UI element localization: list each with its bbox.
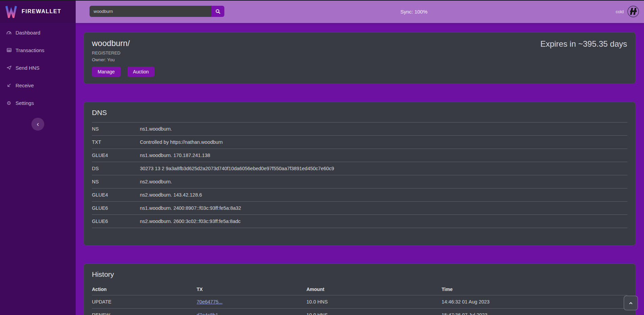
dns-record-value: ns1.woodburn. (140, 126, 627, 132)
history-amount: 10.0 HNS (306, 299, 442, 305)
sync-status: Sync: 100% (400, 0, 427, 23)
dns-record-row: NS ns1.woodburn. (92, 122, 627, 135)
tx-link[interactable]: d7e4c8b1... (197, 312, 222, 315)
history-row: UPDATE 70e64775... 10.0 HNS 14:46:32 01 … (92, 295, 627, 308)
auction-button[interactable]: Auction (127, 67, 155, 77)
brand: FIREWALLET (0, 0, 76, 23)
domain-owner: Owner: You (92, 57, 627, 62)
dns-record-row: DS 30273 13 2 9a3a8fb3d625d2a2073d740f10… (92, 162, 627, 175)
manage-button[interactable]: Manage (92, 67, 121, 77)
dns-record-row: NS ns2.woodburn. (92, 175, 627, 188)
wallet-name-label: cold (616, 9, 624, 14)
search-icon (215, 9, 221, 14)
sidebar-item-label: Receive (16, 83, 34, 88)
chevron-up-icon (628, 301, 633, 306)
dns-record-value: ns1.woodburn. 2400:8907::f03c:93ff:fe5a:… (140, 205, 627, 211)
sidebar-item-label: Dashboard (16, 30, 40, 36)
history-col-action: Action (92, 287, 197, 292)
dns-record-row: GLUE6 ns2.woodburn. 2600:3c02::f03c:93ff… (92, 215, 627, 228)
main-content: woodburn/ REGISTERED Owner: You Manage A… (76, 23, 644, 315)
sidebar-item-dashboard[interactable]: Dashboard (0, 24, 76, 41)
sidebar-collapse-button[interactable]: ‹ (31, 118, 44, 131)
dns-record-type: NS (92, 179, 140, 184)
dns-record-value: Controlled by https://nathan.woodburn (140, 139, 627, 145)
dashboard-icon (6, 30, 12, 36)
gear-icon: ⚙ (6, 100, 12, 106)
sidebar-item-label: Send HNS (16, 65, 40, 71)
sidebar-item-label: Transactions (16, 47, 44, 53)
history-row: RENEW d7e4c8b1... 10.0 HNS 15:47:36 07 J… (92, 308, 627, 315)
tx-link[interactable]: 70e64775... (197, 299, 223, 305)
window-top-edge (0, 0, 644, 1)
send-icon (6, 65, 12, 71)
firewallet-logo-icon (5, 5, 18, 18)
wallet-zone[interactable]: cold (616, 0, 639, 23)
dns-record-type: DS (92, 166, 140, 171)
dns-record-row: GLUE4 ns2.woodburn. 143.42.128.6 (92, 188, 627, 201)
dns-record-value: ns2.woodburn. (140, 179, 627, 184)
domain-status: REGISTERED (92, 50, 627, 55)
search-button[interactable] (211, 6, 224, 17)
sidebar-item-transactions[interactable]: Transactions (0, 41, 76, 59)
brand-name: FIREWALLET (22, 8, 61, 15)
expires-label: Expires in ~395.35 days (540, 39, 627, 49)
dns-record-row: GLUE4 ns1.woodburn. 170.187.241.138 (92, 149, 627, 162)
sidebar-item-settings[interactable]: ⚙ Settings (0, 94, 76, 112)
history-amount: 10.0 HNS (306, 312, 442, 315)
dns-table: NS ns1.woodburn. TXT Controlled by https… (92, 122, 627, 228)
history-action: RENEW (92, 312, 197, 315)
dns-record-row: GLUE6 ns1.woodburn. 2400:8907::f03c:93ff… (92, 201, 627, 215)
history-action: UPDATE (92, 299, 197, 305)
domain-actions: Manage Auction (92, 67, 627, 77)
dns-record-value: 30273 13 2 9a3a8fb3d625d2a2073d740f10da6… (140, 166, 627, 171)
dns-record-value: ns2.woodburn. 2600:3c02::f03c:93ff:fe5a:… (140, 219, 627, 224)
chevron-left-icon: ‹ (37, 120, 39, 127)
dns-title: DNS (92, 108, 627, 117)
dns-record-value: ns2.woodburn. 143.42.128.6 (140, 192, 627, 198)
dns-record-type: GLUE6 (92, 205, 140, 211)
receive-arrow-icon (6, 83, 12, 88)
dns-record-type: GLUE6 (92, 219, 140, 224)
sidebar-nav: Dashboard Transactions Send HNS (0, 23, 76, 112)
topbar: Sync: 100% cold (76, 0, 644, 23)
dns-record-type: TXT (92, 139, 140, 145)
dns-card: DNS NS ns1.woodburn. TXT Controlled by h… (84, 102, 636, 246)
history-time: 14:46:32 01 Aug 2023 (442, 299, 627, 305)
sidebar-item-label: Settings (16, 100, 34, 106)
sidebar: FIREWALLET Dashboard Transactions (0, 0, 76, 315)
scroll-to-top-button[interactable] (624, 296, 638, 310)
history-header-row: Action TX Amount Time (92, 284, 627, 295)
domain-card: woodburn/ REGISTERED Owner: You Manage A… (84, 32, 636, 84)
history-col-amount: Amount (306, 287, 442, 292)
dns-record-type: GLUE4 (92, 192, 140, 198)
dns-record-row: TXT Controlled by https://nathan.woodbur… (92, 135, 627, 149)
dns-record-value: ns1.woodburn. 170.187.241.138 (140, 153, 627, 158)
history-time: 15:47:36 07 Jul 2023 (442, 312, 627, 315)
transactions-table-icon (6, 47, 12, 53)
history-title: History (92, 270, 627, 279)
search-input[interactable] (90, 6, 211, 17)
dns-record-type: GLUE4 (92, 153, 140, 158)
sidebar-item-receive[interactable]: Receive (0, 76, 76, 94)
history-col-tx: TX (197, 287, 306, 292)
search-group (90, 6, 224, 17)
history-card: History Action TX Amount Time UPDATE 70e… (84, 264, 636, 315)
sidebar-item-send-hns[interactable]: Send HNS (0, 59, 76, 76)
dns-record-type: NS (92, 126, 140, 132)
history-col-time: Time (442, 287, 627, 292)
handshake-logo-icon[interactable] (627, 5, 639, 18)
